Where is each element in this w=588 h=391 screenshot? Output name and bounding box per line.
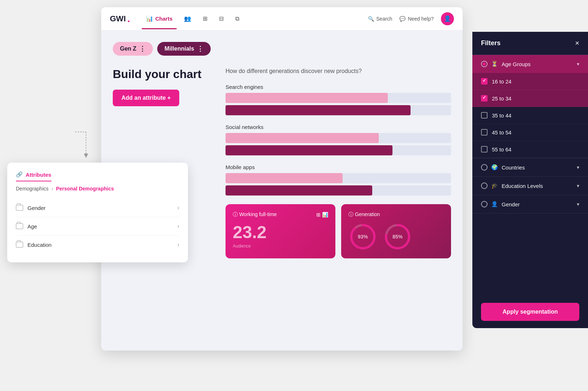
filter-option-35-44[interactable]: 35 to 44 (472, 107, 588, 124)
bar-mobile-pink (226, 173, 343, 183)
breadcrumb: Demographics › Personal Demographics (16, 186, 179, 192)
nav-item-people[interactable]: 👥 (180, 12, 196, 25)
attr-item-education[interactable]: Education › (16, 236, 179, 254)
filter-label-16-24: 16 to 24 (492, 78, 511, 85)
chart-group-search: Search engines (226, 84, 451, 115)
filters-title: Filters (481, 39, 501, 47)
filter-option-25-34[interactable]: 25 to 34 (472, 90, 588, 107)
attr-label-education: Education (27, 242, 52, 248)
filter-radio-gender[interactable] (481, 201, 488, 207)
bar-container-mobile-1 (226, 173, 451, 183)
search-button[interactable]: 🔍 Search (368, 16, 392, 22)
filters-panel: Filters × ⏳ Age Groups ▾ 16 to 24 25 to … (472, 32, 588, 328)
navbar: GWI. 📊 Charts 👥 ⊞ ⊟ ⧉ 🔍 Search (101, 7, 463, 30)
filter-options-age: 16 to 24 25 to 34 35 to 44 45 to 54 55 t… (472, 73, 588, 158)
filter-group-header-countries[interactable]: 🌍 Countries ▾ (472, 158, 588, 176)
filter-group-left-countries: 🌍 Countries (481, 164, 525, 171)
filter-checkbox-45-54[interactable] (481, 129, 488, 136)
attr-item-gender[interactable]: Gender › (16, 199, 179, 217)
add-attribute-button[interactable]: Add an attribute + (113, 90, 179, 106)
filter-group-label-countries: Countries (502, 164, 525, 171)
breadcrumb-personal-demographics[interactable]: Personal Demographics (56, 186, 114, 192)
charts-label: Charts (155, 16, 173, 22)
filter-group-countries: 🌍 Countries ▾ (472, 158, 588, 177)
filter-group-age: ⏳ Age Groups ▾ 16 to 24 25 to 34 35 to 4… (472, 55, 588, 158)
filter-group-gender: 👤 Gender ▾ (472, 195, 588, 214)
filter-radio-countries[interactable] (481, 164, 488, 171)
filter-group-header-education[interactable]: 🎓 Education Levels ▾ (472, 177, 588, 195)
filter-chevron-countries: ▾ (577, 164, 579, 170)
filter-chevron-education: ▾ (577, 183, 579, 189)
filter-group-label-gender: Gender (502, 201, 520, 207)
bottom-cards: ⓘ Working full-time ⊞ 📊 23.2 Audience ⓘ … (226, 204, 451, 258)
logo: GWI. (110, 14, 130, 24)
filter-group-header-age[interactable]: ⏳ Age Groups ▾ (472, 55, 588, 73)
avatar[interactable]: 👤 (441, 12, 454, 25)
circle-2: 85% (383, 222, 412, 251)
chart-label-search: Search engines (226, 84, 451, 90)
filter-option-55-64[interactable]: 55 to 64 (472, 141, 588, 158)
circle-value-1: 93% (358, 234, 368, 240)
chart-label-social: Social networks (226, 124, 451, 130)
tag-millennials[interactable]: Millennials ⋮ (157, 42, 211, 56)
attributes-label: Attributes (26, 172, 51, 178)
tag-millennials-menu-icon[interactable]: ⋮ (197, 46, 203, 52)
charts-icon: 📊 (146, 15, 153, 22)
attr-list: Gender › Age › Education › (16, 199, 179, 254)
tag-genz-menu-icon[interactable]: ⋮ (139, 46, 146, 52)
metric-card-header-fulltime: ⓘ Working full-time ⊞ 📊 (233, 211, 328, 218)
bar-mobile-dark (226, 185, 372, 196)
filter-checkbox-16-24[interactable] (481, 78, 488, 85)
breadcrumb-demographics[interactable]: Demographics (16, 186, 48, 192)
filter-label-55-64: 55 to 64 (492, 146, 511, 152)
audience-tags: Gen Z ⋮ Millennials ⋮ (113, 42, 451, 56)
filter-radio-education[interactable] (481, 182, 488, 189)
avatar-icon: 👤 (444, 15, 451, 22)
nav-item-charts[interactable]: 📊 Charts (142, 12, 177, 25)
filters-close-button[interactable]: × (575, 39, 579, 47)
help-button[interactable]: 💬 Need help? (399, 16, 434, 22)
help-label: Need help? (408, 16, 434, 22)
attr-chevron-age: › (177, 223, 179, 229)
charts-panel: How do different generations discover ne… (226, 67, 451, 258)
tag-millennials-label: Millennials (164, 46, 194, 52)
filter-group-header-gender[interactable]: 👤 Gender ▾ (472, 195, 588, 213)
attributes-tab[interactable]: 🔗 Attributes (16, 171, 51, 181)
nav-item-copy[interactable]: ⧉ (231, 13, 244, 25)
bar-social-pink (226, 133, 379, 143)
folder-icon-education (16, 242, 23, 248)
nav-right: 🔍 Search 💬 Need help? 👤 (368, 12, 454, 25)
folder-icon-age (16, 223, 23, 229)
filter-option-45-54[interactable]: 45 to 54 (472, 124, 588, 141)
bar-search-dark (226, 105, 411, 115)
chart-title: Build your chart (113, 67, 214, 81)
filter-label-45-54: 45 to 54 (492, 129, 511, 136)
filter-option-16-24[interactable]: 16 to 24 (472, 73, 588, 90)
table-icon: ⊞ (203, 15, 207, 22)
people-icon: 👥 (184, 15, 191, 22)
apply-segmentation-button[interactable]: Apply segmentation (481, 303, 579, 321)
tag-genz[interactable]: Gen Z ⋮ (113, 42, 153, 56)
metric-icons-fulltime: ⊞ 📊 (316, 212, 328, 218)
filter-group-icon-age: ⏳ (491, 61, 498, 67)
metric-subtitle-fulltime: Audience (233, 244, 328, 249)
metric-card-fulltime: ⓘ Working full-time ⊞ 📊 23.2 Audience (226, 204, 335, 258)
attr-item-age[interactable]: Age › (16, 217, 179, 236)
filter-label-35-44: 35 to 44 (492, 112, 511, 119)
filter-radio-age[interactable] (481, 61, 488, 67)
nav-item-grid[interactable]: ⊟ (215, 12, 228, 25)
filter-checkbox-55-64[interactable] (481, 146, 488, 152)
circle-1: 93% (348, 222, 377, 251)
filter-checkbox-35-44[interactable] (481, 112, 488, 119)
filter-checkbox-25-34[interactable] (481, 95, 488, 102)
chart-group-social: Social networks (226, 124, 451, 155)
nav-items: 📊 Charts 👥 ⊞ ⊟ ⧉ (142, 12, 356, 25)
filter-group-left-gender: 👤 Gender (481, 201, 520, 207)
circle-value-2: 85% (392, 234, 403, 240)
filter-chevron-gender: ▾ (577, 201, 579, 207)
search-label: Search (376, 16, 392, 22)
bar-container-search-2 (226, 105, 451, 115)
attr-label-age: Age (27, 223, 37, 229)
dashed-arrow (72, 128, 100, 164)
nav-item-table[interactable]: ⊞ (198, 12, 212, 25)
